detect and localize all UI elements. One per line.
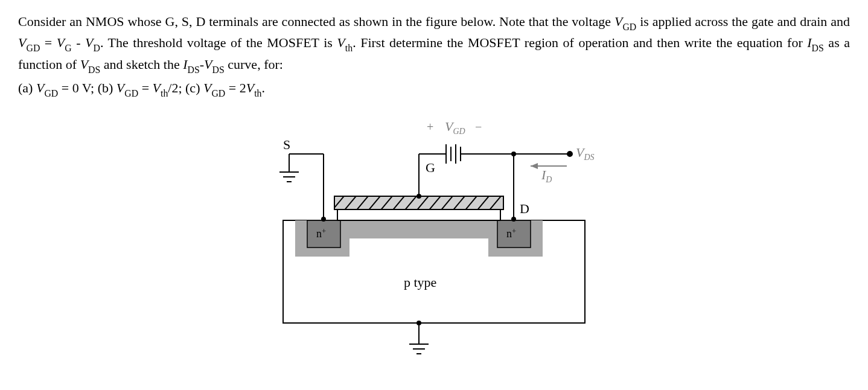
text: = [138,80,152,95]
sub-th: th [345,43,353,53]
var: V [36,80,44,95]
var-vd: V [85,35,93,50]
sub: th [161,88,168,98]
nmos-diagram: S G D + VGD − VDS ID n+ n+ p type [247,106,621,365]
text: - [200,57,204,72]
var-vds: V [80,57,88,72]
var-vgd: V [18,35,26,50]
var-vgd: V [614,14,622,29]
label-plus: + [427,120,433,133]
ground-source-icon [279,172,299,182]
text: = 0 V; [58,80,97,95]
text: is applied across the gate and drain and [636,14,850,29]
ground-body-icon [409,344,429,354]
source-wire [289,154,325,221]
var-vds: V [204,57,212,72]
sub-g: G [65,43,71,53]
sub-ds: DS [812,43,824,53]
label-VDS: VDS [576,145,595,162]
var-ids: I [807,35,811,50]
svg-point-33 [512,217,515,221]
var-vg: V [57,35,65,50]
var: V [203,80,211,95]
svg-point-35 [567,152,572,156]
text: . [261,80,265,95]
part-c-label: (c) [185,80,203,95]
sub: th [254,88,261,98]
text: - [72,35,85,50]
sub: GD [44,88,58,98]
body-wire [417,321,421,344]
text: = [40,35,56,50]
label-D: D [520,201,529,216]
text: . First determine the MOSFET region of o… [353,35,807,50]
sub: GD [124,88,138,98]
label-G: G [426,160,435,175]
text: Consider an NMOS whose G, S, D terminals… [18,14,614,29]
var: V [116,80,124,95]
text: curve, for: [225,57,283,72]
svg-marker-37 [531,163,538,169]
part-b-label: (b) [98,80,116,95]
sub-ds: DS [212,65,225,75]
sub-d: D [94,43,100,53]
part-a-label: (a) [18,80,36,95]
var: V [153,80,161,95]
label-minus: − [475,120,482,133]
text: /2; [168,80,185,95]
vgd-source-icon [446,144,461,164]
label-VGD: VGD [445,119,465,136]
sub: GD [211,88,225,98]
sub-ds: DS [188,65,200,75]
label-ID: ID [541,167,552,184]
label-ptype: p type [404,275,436,290]
circuit-figure: S G D + VGD − VDS ID n+ n+ p type [18,106,850,365]
sub-gd: GD [26,43,40,53]
var-vth: V [337,35,345,50]
sub-ds: DS [88,65,100,75]
var-ids: I [183,57,187,72]
text: . The threshold voltage of the MOSFET is [100,35,337,50]
vds-wire [514,152,572,156]
problem-parts: (a) VGD = 0 V; (b) VGD = Vth/2; (c) VGD … [18,78,850,100]
label-S: S [283,137,290,152]
problem-statement: Consider an NMOS whose G, S, D terminals… [18,12,850,76]
var: V [246,80,254,95]
id-arrow-icon [531,163,567,169]
text: and sketch the [100,57,183,72]
oxide-layer [337,209,500,220]
text: = 2 [225,80,246,95]
sub-gd: GD [622,22,636,32]
